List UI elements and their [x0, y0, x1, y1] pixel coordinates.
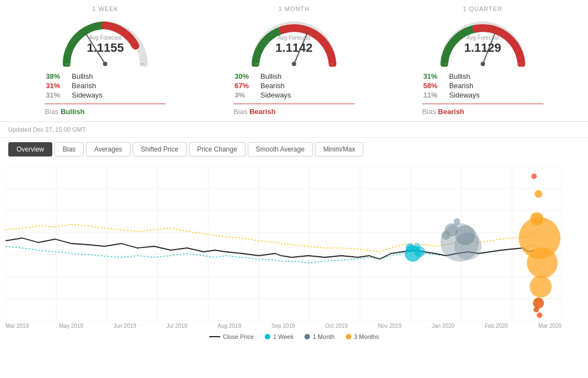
- x-label-jun19: Jun 2019: [113, 323, 136, 329]
- x-label-jan20: Jan 2020: [432, 323, 454, 329]
- bias-value-quarter: Bearish: [438, 107, 465, 116]
- chart-area: 1.1800 1.1600 1.1400 1.1200 1.1000 1.080…: [0, 161, 588, 345]
- update-text: Updated Dec 27, 15:00 GMT: [8, 126, 86, 133]
- gauge-text-month: Avg Forecast 1.1142: [275, 34, 312, 55]
- bullish-pct-week: 38%: [46, 72, 70, 80]
- forecast-card-week: 1 WEEK Avg Forecast 1.1155: [17, 6, 193, 121]
- legend-1week: 1 Week: [265, 333, 293, 340]
- tab-bias[interactable]: Bias: [55, 142, 84, 156]
- gauge-week: Avg Forecast 1.1155: [56, 14, 155, 67]
- bearish-pct-week: 31%: [46, 82, 70, 90]
- legend-3months-label: 3 Months: [354, 333, 379, 340]
- stats-quarter: 31% Bullish 58% Bearish 11% Sideways: [422, 71, 543, 104]
- close-price-line-icon: [209, 336, 220, 337]
- svg-point-43: [535, 190, 542, 198]
- tab-shifted-price[interactable]: Shifted Price: [133, 142, 187, 156]
- tabs-bar: Overview Bias Averages Shifted Price Pri…: [0, 138, 588, 161]
- bias-value-month: Bearish: [249, 107, 276, 116]
- x-label-may19: May 2019: [59, 323, 83, 329]
- svg-point-50: [537, 312, 542, 318]
- x-label-jul19: Jul 2019: [166, 323, 187, 329]
- svg-point-47: [530, 276, 552, 298]
- legend-1month: 1 Month: [304, 333, 335, 340]
- update-bar: Updated Dec 27, 15:00 GMT: [0, 122, 588, 138]
- period-label-month: 1 MONTH: [206, 6, 382, 12]
- bias-quarter: Bias Bearish: [422, 107, 543, 116]
- gauge-text-quarter: Avg Forecast 1.1129: [464, 34, 501, 55]
- x-label-sep19: Sep 2019: [271, 323, 295, 329]
- x-label-feb20: Feb 2020: [484, 323, 508, 329]
- sideways-label-quarter: Sideways: [449, 91, 542, 99]
- svg-point-9: [481, 62, 485, 66]
- bearish-pct-quarter: 58%: [423, 82, 448, 90]
- x-label-mar19: Mar 2019: [6, 323, 29, 329]
- chart-legend: Close Price 1 Week 1 Month 3 Months: [6, 329, 582, 345]
- svg-point-42: [531, 174, 537, 179]
- bias-week: Bias Bullish: [45, 107, 166, 116]
- svg-point-46: [527, 247, 558, 278]
- bullish-pct-quarter: 31%: [423, 72, 448, 80]
- svg-point-5: [292, 62, 296, 66]
- sideways-pct-quarter: 11%: [423, 91, 448, 99]
- forecast-card-month: 1 MONTH Avg Forecast 1.1142 30% Bullish: [206, 6, 382, 121]
- gauge-text-week: Avg Forecast 1.1155: [87, 34, 124, 55]
- x-label-nov19: Nov 2019: [378, 323, 401, 329]
- sideways-label-month: Sideways: [260, 91, 353, 99]
- svg-point-49: [533, 307, 539, 312]
- bullish-pct-month: 30%: [235, 72, 259, 80]
- bias-value-week: Bullish: [61, 107, 84, 116]
- bullish-label-week: Bullish: [72, 72, 165, 80]
- 3months-dot-icon: [346, 334, 351, 339]
- svg-point-1: [103, 62, 107, 66]
- tab-overview[interactable]: Overview: [8, 142, 52, 156]
- legend-3months: 3 Months: [346, 333, 379, 340]
- sideways-pct-week: 31%: [46, 91, 70, 99]
- bearish-label-month: Bearish: [260, 82, 353, 90]
- stats-week: 38% Bullish 31% Bearish 31% Sideways: [45, 71, 166, 104]
- bias-month: Bias Bearish: [233, 107, 355, 116]
- 1month-dot-icon: [304, 334, 310, 339]
- bearish-label-week: Bearish: [72, 82, 165, 90]
- legend-close-price: Close Price: [209, 333, 254, 340]
- main-chart: 1.1800 1.1600 1.1400 1.1200 1.1000 1.080…: [6, 166, 562, 321]
- legend-close-price-label: Close Price: [223, 333, 254, 340]
- legend-1week-label: 1 Week: [273, 333, 293, 340]
- forecast-card-quarter: 1 QUARTER Avg Forecast 1.1129 31% Bullis…: [395, 6, 571, 121]
- x-label-aug19: Aug 2019: [217, 323, 241, 329]
- svg-point-41: [455, 225, 475, 245]
- x-axis: Mar 2019 May 2019 Jun 2019 Jul 2019 Aug …: [6, 321, 562, 329]
- x-label-mar20: Mar 2020: [538, 323, 562, 329]
- bearish-pct-month: 67%: [235, 82, 259, 90]
- forecast-panels: 1 WEEK Avg Forecast 1.1155: [0, 0, 588, 122]
- svg-point-35: [414, 246, 425, 257]
- x-label-oct19: Oct 2019: [325, 323, 348, 329]
- period-label-week: 1 WEEK: [17, 6, 193, 12]
- tab-smooth-average[interactable]: Smooth Average: [248, 142, 313, 156]
- stats-month: 30% Bullish 67% Bearish 3% Sideways: [233, 71, 355, 104]
- legend-1month-label: 1 Month: [313, 333, 335, 340]
- tab-price-change[interactable]: Price Change: [189, 142, 246, 156]
- tab-averages[interactable]: Averages: [86, 142, 130, 156]
- bullish-label-month: Bullish: [260, 72, 353, 80]
- period-label-quarter: 1 QUARTER: [395, 6, 571, 12]
- tab-minim-max[interactable]: Minim/Max: [315, 142, 363, 156]
- svg-point-48: [533, 298, 544, 309]
- gauge-month: Avg Forecast 1.1142: [244, 14, 344, 67]
- 1week-dot-icon: [265, 334, 270, 339]
- gauge-quarter: Avg Forecast 1.1129: [433, 14, 532, 67]
- bullish-label-quarter: Bullish: [449, 72, 542, 80]
- sideways-label-week: Sideways: [72, 91, 165, 99]
- bearish-label-quarter: Bearish: [449, 82, 542, 90]
- sideways-pct-month: 3%: [235, 91, 259, 99]
